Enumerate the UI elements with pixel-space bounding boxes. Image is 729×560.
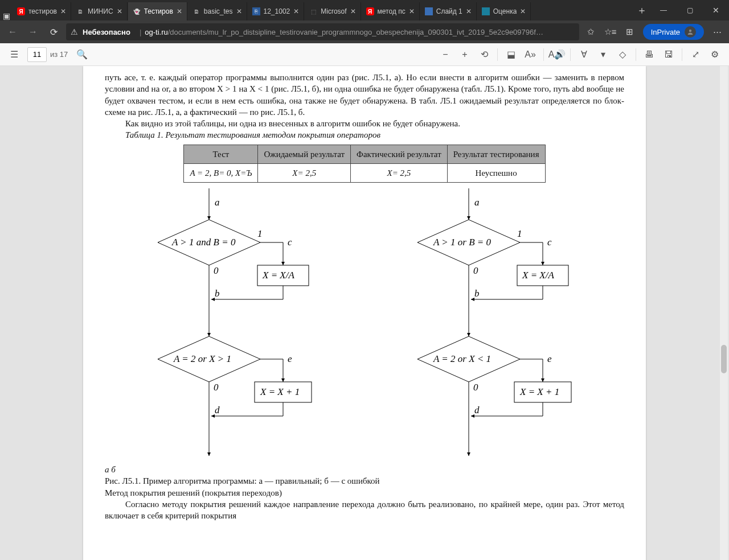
- flow-condition: A = 2 or X < 1: [433, 353, 491, 364]
- close-window-button[interactable]: ✕: [703, 0, 729, 20]
- tab-favicon: Я: [366, 7, 374, 15]
- inprivate-label: InPrivate: [651, 28, 680, 36]
- flow-label: 0: [473, 382, 478, 393]
- new-tab-button[interactable]: ＋: [633, 0, 650, 20]
- more-menu-button[interactable]: ⋯: [707, 23, 727, 41]
- address-bar: ← → ⟳ ⚠ Небезопасно | og-ti.ru/documents…: [0, 20, 729, 43]
- page-view-button[interactable]: A»: [521, 46, 540, 64]
- paragraph: Как видно из этой таблицы, ни одна из вн…: [105, 118, 624, 129]
- url-path: /documents/mu_lr_po_distsipline_testirov…: [168, 28, 543, 36]
- table-header: Тест: [184, 145, 258, 163]
- scrollbar-thumb[interactable]: [721, 345, 727, 373]
- flow-label: e: [547, 353, 552, 364]
- paragraph: Согласно методу покрытия решений каждое …: [105, 499, 624, 522]
- tab-title: метод пс: [378, 7, 406, 15]
- table-cell: Неуспешно: [447, 163, 545, 182]
- browser-tab[interactable]: 🗎МИНИС✕: [72, 2, 128, 20]
- nav-refresh-button[interactable]: ⟳: [43, 23, 64, 41]
- nav-forward-button: →: [23, 23, 43, 41]
- table-cell: X= 2,5: [258, 163, 351, 182]
- inprivate-badge[interactable]: InPrivate: [643, 24, 704, 40]
- browser-tab[interactable]: Слайд 1✕: [420, 2, 477, 20]
- toc-button[interactable]: ☰: [5, 46, 24, 64]
- tab-close-button[interactable]: ✕: [349, 7, 357, 15]
- flow-box: X = X + 1: [260, 386, 300, 397]
- table-title: Таблица 1. Результат тестирования методо…: [105, 129, 624, 141]
- find-button[interactable]: 🔍: [72, 46, 92, 64]
- page-count-label: из 17: [50, 50, 68, 59]
- flow-label: 1: [257, 228, 263, 239]
- results-table: Тест Ожидаемый результат Фактический рез…: [183, 145, 545, 183]
- window-titlebar: ▣ Ятестиров✕🗎МИНИС✕👻Тестиров✕🗎basic_tes✕…: [0, 0, 729, 20]
- flow-condition: A = 2 or X > 1: [173, 353, 231, 364]
- minimize-button[interactable]: —: [650, 0, 677, 20]
- flow-label: d: [474, 405, 480, 415]
- profile-avatar-icon: [685, 26, 696, 38]
- page-number-input[interactable]: [27, 47, 47, 62]
- document-viewport[interactable]: путь ace, т. е. каждый оператор программ…: [0, 66, 729, 560]
- tab-title: Оценка: [493, 7, 517, 15]
- table-row: A = 2, B= 0, X=Ъ X= 2,5 X= 2,5 Неуспешно: [184, 163, 545, 182]
- tab-close-button[interactable]: ✕: [465, 7, 473, 15]
- flow-condition: A > 1 and B = 0: [171, 237, 236, 248]
- browser-tab[interactable]: ⬚Microsof✕: [305, 2, 361, 20]
- collections-icon[interactable]: ⊞: [620, 23, 640, 41]
- flow-box: X = X/A: [522, 270, 554, 281]
- fit-page-button[interactable]: ⬓: [501, 46, 521, 64]
- zoom-in-button[interactable]: +: [455, 46, 474, 64]
- flow-label: d: [215, 405, 220, 415]
- settings-button[interactable]: ⚙: [705, 46, 724, 64]
- tab-close-button[interactable]: ✕: [235, 7, 243, 15]
- flowchart-left: a A > 1 and B = 0 1 c X = X/A 0 b A: [141, 188, 329, 462]
- flow-label: b: [215, 288, 220, 299]
- fullscreen-button[interactable]: ⤢: [686, 46, 705, 64]
- flowcharts-figure: a A > 1 and B = 0 1 c X = X/A 0 b A: [105, 188, 624, 462]
- erase-button[interactable]: ◇: [613, 46, 632, 64]
- vertical-scrollbar[interactable]: [720, 66, 728, 560]
- tab-title: Microsof: [321, 7, 346, 15]
- highlight-button[interactable]: ▾: [593, 46, 613, 64]
- url-separator: |: [140, 28, 141, 36]
- tab-favicon: [425, 7, 433, 15]
- flow-condition: A > 1 or B = 0: [433, 237, 492, 248]
- table-header: Результат тестирования: [447, 145, 545, 163]
- table-header-row: Тест Ожидаемый результат Фактический рез…: [184, 145, 545, 163]
- favorite-star-icon[interactable]: ✩: [581, 23, 601, 41]
- tab-close-button[interactable]: ✕: [175, 7, 183, 15]
- flow-label: 1: [517, 228, 522, 239]
- nav-back-button[interactable]: ←: [2, 23, 23, 41]
- rotate-button[interactable]: ⟲: [474, 46, 494, 64]
- save-button[interactable]: 🖫: [659, 46, 678, 64]
- browser-tab[interactable]: ⎘12_1002✕: [248, 2, 305, 20]
- draw-button[interactable]: ∀: [574, 46, 593, 64]
- browser-tab[interactable]: Ятестиров✕: [13, 2, 71, 20]
- flow-label: c: [547, 237, 552, 248]
- browser-tab[interactable]: 👻Тестиров✕: [128, 2, 187, 20]
- url-box[interactable]: ⚠ Небезопасно | og-ti.ru/documents/mu_lr…: [66, 23, 579, 40]
- flow-label: 0: [473, 265, 478, 276]
- tab-close-button[interactable]: ✕: [116, 7, 124, 15]
- flow-label: b: [474, 288, 480, 299]
- flow-box: X = X/A: [262, 270, 294, 281]
- table-header: Фактический результат: [351, 145, 448, 163]
- favorites-icon[interactable]: ☆≡: [601, 23, 620, 41]
- tab-close-button[interactable]: ✕: [59, 7, 67, 15]
- maximize-button[interactable]: ▢: [677, 0, 703, 20]
- paragraph: путь ace, т. е. каждый оператор программ…: [105, 72, 624, 118]
- zoom-out-button[interactable]: −: [436, 46, 455, 64]
- tab-title: тестиров: [28, 7, 57, 15]
- figure-subcaption: а б: [105, 464, 624, 475]
- browser-tab[interactable]: 🗎basic_tes✕: [188, 2, 247, 20]
- browser-tab[interactable]: Яметод пс✕: [362, 2, 420, 20]
- table-header: Ожидаемый результат: [258, 145, 351, 163]
- print-button[interactable]: 🖶: [640, 46, 659, 64]
- tab-title: 12_1002: [264, 7, 290, 15]
- tab-close-button[interactable]: ✕: [408, 7, 416, 15]
- read-aloud-button[interactable]: A🔊: [547, 46, 567, 64]
- tab-close-button[interactable]: ✕: [519, 7, 527, 15]
- tab-actions-button[interactable]: ▣: [0, 0, 13, 20]
- tab-title: МИНИС: [88, 7, 113, 15]
- browser-tab[interactable]: Оценка✕: [477, 2, 531, 20]
- window-controls: — ▢ ✕: [650, 0, 729, 20]
- tab-close-button[interactable]: ✕: [292, 7, 300, 15]
